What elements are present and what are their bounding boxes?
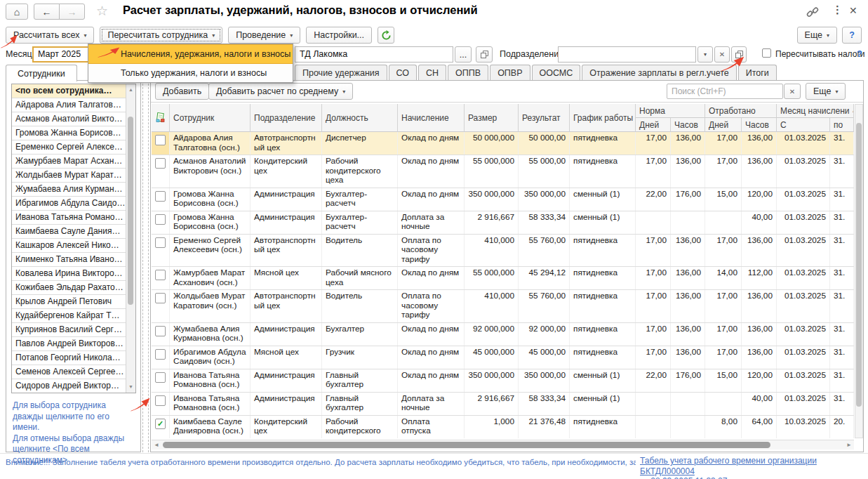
cell-worked-hours[interactable]: 136,00 [742, 155, 777, 188]
header-worked-hours[interactable]: Часов [742, 118, 777, 132]
recalc-taxes-help-icon[interactable]: ? [857, 48, 862, 59]
cell-norm-hours[interactable]: 136,00 [671, 290, 705, 322]
settings-button[interactable]: Настройки... [306, 27, 372, 44]
cell-employee[interactable]: Громова Жанна Борисовна (осн.) [170, 188, 251, 211]
cell-accrual[interactable]: Оклад по дням [398, 369, 465, 392]
cell-worked-days[interactable]: 15,00 [705, 369, 742, 392]
cell-result[interactable]: 45 294,12 [519, 267, 570, 289]
cell-department[interactable]: Автотранспортный цех [251, 290, 322, 322]
cell-position[interactable]: Водитель [322, 235, 398, 267]
cell-employee[interactable]: Иванова Татьяна Романовна (осн.) [170, 393, 251, 415]
main-tab[interactable]: ООСМС [532, 65, 581, 81]
table-row[interactable]: Айдарова Алия Талгатовна (осн.) Автотран… [152, 132, 854, 155]
cell-department[interactable]: Кондитерский цех [251, 416, 322, 439]
cell-norm-days[interactable] [636, 211, 671, 234]
employee-list-item[interactable]: Асманов Анатолий Викто… [12, 112, 126, 126]
cell-date-to[interactable]: 31. [830, 235, 854, 267]
cell-department[interactable]: Администрация [251, 188, 322, 211]
cell-worked-hours[interactable]: 136,00 [742, 235, 777, 267]
cell-department[interactable]: Администрация [251, 393, 322, 415]
cell-size[interactable]: 55 000,000 [465, 267, 519, 289]
cell-worked-days[interactable] [705, 211, 742, 234]
cell-employee[interactable]: Жамурбаев Марат Асханович (осн.) [170, 267, 251, 289]
cell-date-to[interactable]: 31. [830, 346, 854, 369]
row-checkbox[interactable] [155, 214, 166, 225]
cell-accrual[interactable]: Оклад по дням [398, 132, 465, 155]
row-select-cell[interactable]: ✓ [152, 416, 170, 439]
main-tab[interactable]: Прочие удержания [295, 65, 387, 81]
cell-result[interactable]: 21 376,48 [519, 416, 570, 439]
cell-accrual[interactable]: Оклад по дням [398, 155, 465, 188]
help-button[interactable]: ? [842, 27, 862, 44]
recalculate-employee-button[interactable]: Пересчитать сотрудника ▾ [100, 27, 222, 44]
row-checkbox[interactable] [155, 135, 166, 145]
cell-accrual[interactable]: Доплата за ночные [398, 211, 465, 234]
row-checkbox[interactable] [155, 349, 166, 360]
row-select-cell[interactable] [152, 267, 170, 289]
cell-result[interactable]: 55 760,00 [519, 290, 570, 322]
cell-size[interactable]: 350 000,000 [465, 369, 519, 392]
cell-department[interactable]: Мясной цех [251, 267, 322, 289]
cell-worked-hours[interactable]: 136,00 [742, 132, 777, 155]
cell-date-to[interactable]: 31. [830, 188, 854, 211]
employee-list-item[interactable]: Павлов Андрей Викторов… [12, 337, 126, 351]
cell-norm-days[interactable]: 22,00 [636, 188, 671, 211]
search-clear-button[interactable]: ✕ [784, 84, 801, 99]
cell-norm-days[interactable]: 17,00 [636, 132, 671, 155]
table-row[interactable]: Жолдыбаев Мурат Каратович (осн.) Автотра… [152, 290, 854, 323]
employee-scrollbar-thumb[interactable] [128, 117, 133, 305]
cell-date-to[interactable]: 31. [830, 132, 854, 155]
employee-list-item[interactable]: Айдарова Алия Талгатов… [12, 98, 126, 112]
header-norm-hours[interactable]: Часов [671, 118, 705, 132]
row-select-cell[interactable] [152, 235, 170, 267]
cell-position[interactable]: Грузчик [322, 346, 398, 369]
row-checkbox[interactable] [155, 293, 166, 303]
cell-department[interactable]: Администрация [251, 369, 322, 392]
cell-date-from[interactable]: 01.03.2025 [777, 369, 830, 392]
cell-worked-hours[interactable]: 120,00 [742, 369, 777, 392]
row-select-cell[interactable] [152, 155, 170, 188]
cell-result[interactable]: 45 000,00 [519, 346, 570, 369]
main-tab[interactable]: ОППВ [448, 65, 488, 81]
cell-result[interactable]: 350 000,00 [519, 188, 570, 211]
cell-size[interactable]: 55 000,000 [465, 155, 519, 188]
cell-accrual[interactable]: Оклад по дням [398, 323, 465, 346]
home-button[interactable]: ⌂ [6, 4, 28, 20]
cell-employee[interactable]: Жумабаева Алия Курмановна (осн.) [170, 323, 251, 346]
cell-position[interactable]: Бухгалтер-расчетч [322, 188, 398, 211]
cell-worked-hours[interactable]: 136,00 [742, 323, 777, 346]
department-field[interactable] [558, 46, 696, 63]
cell-date-from[interactable]: 10.03.2025 [777, 416, 830, 439]
cell-schedule[interactable]: пятидневка [570, 323, 636, 346]
table-row[interactable]: Ибрагимов Абдула Саидович (осн.) Мясной … [152, 346, 854, 369]
employee-list-item[interactable]: Жамурбаев Марат Асхан… [12, 155, 126, 169]
header-position[interactable]: Должность [322, 104, 398, 132]
cell-result[interactable]: 92 000,00 [519, 323, 570, 346]
cell-norm-days[interactable] [636, 416, 671, 439]
employee-list-item[interactable]: Кожибаев Эльдар Рахато… [12, 281, 126, 295]
header-worked-group[interactable]: Отработано [705, 104, 777, 118]
cell-worked-days[interactable]: 17,00 [705, 346, 742, 369]
cell-worked-days[interactable] [705, 393, 742, 415]
scroll-down-icon[interactable]: ▼ [126, 382, 135, 392]
cell-department[interactable]: Автотранспортный цех [251, 235, 322, 267]
cell-accrual[interactable]: Оплата по часовому тарифу [398, 290, 465, 322]
scroll-up-icon[interactable]: ▲ [126, 85, 135, 95]
cell-result[interactable]: 350 000,00 [519, 369, 570, 392]
header-norm-group[interactable]: Норма [636, 104, 705, 118]
employee-list-item[interactable]: Громова Жанна Борисов… [12, 126, 126, 140]
table-row[interactable]: Жумабаева Алия Курмановна (осн.) Админис… [152, 323, 854, 346]
cell-date-to[interactable]: 31. [830, 369, 854, 392]
cell-employee[interactable]: Еременко Сергей Алексеевич (осн.) [170, 235, 251, 267]
panel-splitter[interactable] [142, 80, 149, 452]
cell-norm-days[interactable]: 17,00 [636, 290, 671, 322]
recalc-taxes-checkbox[interactable] [762, 48, 771, 58]
cell-size[interactable]: 1,000 [465, 416, 519, 439]
cell-date-to[interactable]: 31. [830, 290, 854, 322]
employee-list-item[interactable]: Семенов Алексей Сергее… [12, 365, 126, 379]
header-result[interactable]: Результат [519, 104, 570, 132]
row-select-cell[interactable] [152, 188, 170, 211]
link-icon[interactable] [806, 6, 820, 22]
cell-size[interactable]: 410,000 [465, 235, 519, 267]
cell-size[interactable]: 45 000,000 [465, 346, 519, 369]
